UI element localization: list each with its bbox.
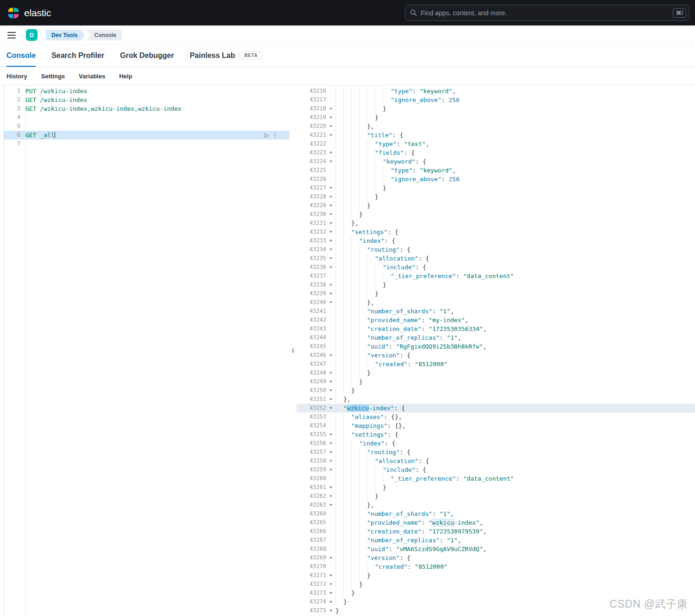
- fold-toggle-icon[interactable]: ▾: [326, 395, 335, 404]
- fold-toggle-icon: [326, 95, 335, 104]
- indent-guide: [335, 421, 343, 430]
- fold-toggle-icon[interactable]: ▾: [326, 280, 335, 289]
- fold-toggle-icon[interactable]: ▾: [326, 210, 335, 219]
- fold-toggle-icon[interactable]: ▾: [326, 377, 335, 386]
- fold-toggle-icon[interactable]: ▾: [326, 492, 335, 501]
- fold-toggle-icon[interactable]: ▾: [326, 263, 335, 272]
- indent-guide: [343, 518, 351, 527]
- menu-item-variables[interactable]: Variables: [79, 73, 105, 80]
- fold-toggle-icon[interactable]: ▾: [326, 501, 335, 509]
- response-text: },: [335, 219, 695, 228]
- fold-toggle-icon[interactable]: ▾: [326, 184, 335, 192]
- response-text: "settings": {: [335, 430, 695, 439]
- fold-toggle-icon[interactable]: ▾: [326, 236, 335, 245]
- fold-toggle-icon[interactable]: ▾: [326, 254, 335, 263]
- editor-line[interactable]: 5: [4, 122, 290, 131]
- fold-toggle-icon[interactable]: ▾: [326, 483, 335, 492]
- tab-grok-debugger[interactable]: Grok Debugger: [120, 45, 174, 67]
- indent-guide: [359, 333, 367, 342]
- editor-line[interactable]: 2GET /wzkicu-index: [4, 95, 290, 104]
- fold-toggle-icon[interactable]: ▾: [326, 104, 335, 113]
- search-shortcut-hint: ⌘/: [673, 8, 686, 18]
- indent-guide: [375, 175, 383, 184]
- indent-guide: [359, 351, 367, 360]
- response-output[interactable]: 43216"type": "keyword",43217"ignore_abov…: [297, 85, 695, 616]
- fold-toggle-icon[interactable]: ▾: [326, 448, 335, 457]
- indent-guide: [335, 272, 343, 280]
- fold-toggle-icon: [326, 545, 335, 553]
- tab-painless-lab[interactable]: Painless Lab BETA: [190, 45, 263, 67]
- breadcrumb-console[interactable]: Console: [86, 30, 121, 41]
- fold-toggle-icon[interactable]: ▾: [326, 597, 335, 606]
- indent-guide: [367, 272, 375, 280]
- indent-guide: [343, 386, 351, 395]
- fold-toggle-icon[interactable]: ▾: [326, 131, 335, 140]
- fold-toggle-icon[interactable]: ▾: [326, 113, 335, 122]
- fold-toggle-icon[interactable]: ▾: [326, 439, 335, 448]
- indent-guide: [359, 166, 367, 175]
- line-number: 43219: [297, 113, 326, 122]
- request-options-icon[interactable]: ⋮: [272, 131, 278, 140]
- elastic-logo[interactable]: elastic: [7, 7, 51, 19]
- editor-line[interactable]: 3GET /wzkicu-index,wzkicu-index,wzkicu-i…: [4, 104, 290, 113]
- pane-splitter[interactable]: ‖: [290, 85, 297, 616]
- fold-toggle-icon[interactable]: ▾: [326, 404, 335, 413]
- fold-toggle-icon[interactable]: ▾: [326, 465, 335, 474]
- fold-toggle-icon[interactable]: ▾: [326, 553, 335, 562]
- menu-item-history[interactable]: History: [6, 73, 27, 80]
- fold-toggle-icon[interactable]: ▾: [326, 228, 335, 236]
- fold-toggle-icon[interactable]: ▾: [326, 571, 335, 580]
- fold-toggle-icon[interactable]: ▾: [326, 219, 335, 228]
- fold-toggle-icon[interactable]: ▾: [326, 289, 335, 298]
- editor-gutter-separator: [25, 85, 26, 616]
- output-line: 43266"creation_date": "1723530979539",: [297, 527, 695, 536]
- global-search-input[interactable]: Find apps, content, and more. ⌘/: [405, 5, 689, 21]
- editor-line[interactable]: 1PUT /wzkicu-index: [4, 87, 290, 95]
- indent-guide: [359, 324, 367, 333]
- indent-guide: [351, 289, 359, 298]
- line-number: 43224: [297, 157, 326, 166]
- editor-line[interactable]: 7: [4, 140, 290, 148]
- fold-toggle-icon[interactable]: ▾: [326, 192, 335, 201]
- menu-item-settings[interactable]: Settings: [41, 73, 65, 80]
- editor-line[interactable]: 6GET _all▷⋮: [4, 131, 290, 140]
- request-editor[interactable]: 1PUT /wzkicu-index2GET /wzkicu-index3GET…: [4, 85, 290, 616]
- indent-guide: [351, 280, 359, 289]
- indent-guide: [359, 192, 367, 201]
- response-text: "wzkicu-index": {: [335, 404, 695, 413]
- indent-guide: [367, 289, 375, 298]
- line-number: 3: [4, 104, 25, 113]
- fold-toggle-icon[interactable]: ▾: [326, 157, 335, 166]
- menu-item-help[interactable]: Help: [119, 73, 132, 80]
- fold-toggle-icon[interactable]: ▾: [326, 580, 335, 589]
- indent-guide: [343, 148, 351, 157]
- space-avatar[interactable]: D: [26, 29, 38, 41]
- fold-toggle-icon[interactable]: ▾: [326, 386, 335, 395]
- fold-toggle-icon[interactable]: ▾: [326, 430, 335, 439]
- indent-guide: [359, 342, 367, 351]
- editor-line[interactable]: 4: [4, 113, 290, 122]
- line-number: 5: [4, 122, 25, 131]
- fold-toggle-icon[interactable]: ▾: [326, 245, 335, 254]
- fold-toggle-icon[interactable]: ▾: [326, 298, 335, 307]
- line-number: 43238: [297, 280, 326, 289]
- tab-search-profiler[interactable]: Search Profiler: [51, 45, 104, 67]
- indent-guide: [367, 483, 375, 492]
- tab-console[interactable]: Console: [6, 45, 36, 67]
- fold-toggle-icon[interactable]: ▾: [326, 457, 335, 465]
- fold-toggle-icon[interactable]: ▾: [326, 368, 335, 377]
- response-text: }: [335, 192, 695, 201]
- fold-toggle-icon[interactable]: ▾: [326, 351, 335, 360]
- fold-toggle-icon[interactable]: ▾: [326, 122, 335, 131]
- fold-toggle-icon[interactable]: ▾: [326, 589, 335, 597]
- fold-toggle-icon[interactable]: ▾: [326, 148, 335, 157]
- indent-guide: [343, 113, 351, 122]
- send-request-button[interactable]: ▷: [265, 131, 269, 140]
- fold-toggle-icon[interactable]: ▾: [326, 606, 335, 615]
- output-line: 43260"_tier_preference": "data_content": [297, 474, 695, 483]
- line-number: 43230: [297, 210, 326, 219]
- fold-toggle-icon[interactable]: ▾: [326, 201, 335, 210]
- indent-guide: [367, 87, 375, 95]
- breadcrumb-dev-tools[interactable]: Dev Tools: [46, 30, 85, 41]
- menu-icon[interactable]: [7, 32, 16, 38]
